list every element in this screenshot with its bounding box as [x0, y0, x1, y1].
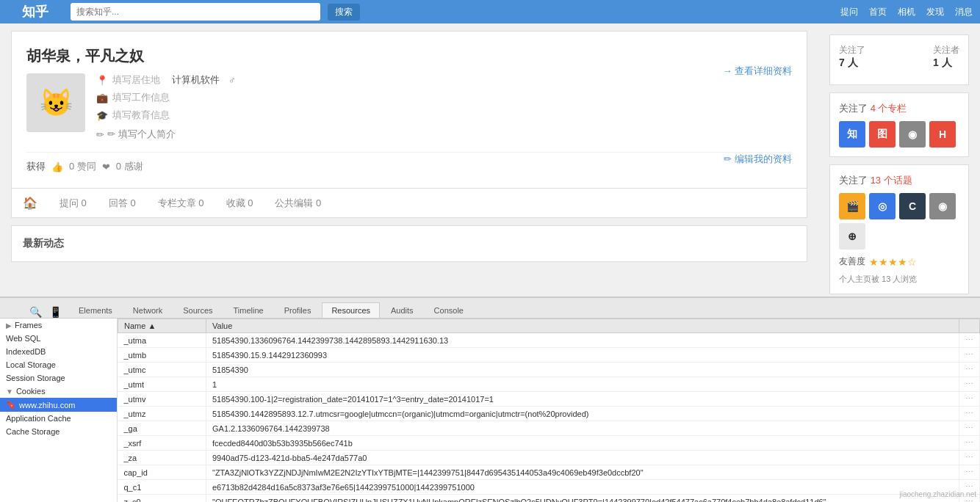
tab-public-edits[interactable]: 公共编辑 0	[275, 189, 321, 217]
col-header-value: Value	[206, 319, 959, 333]
tab-elements[interactable]: Elements	[69, 302, 122, 318]
table-row[interactable]: _utmc51854390⋯	[118, 363, 980, 377]
table-row[interactable]: _utmt1⋯	[118, 377, 980, 392]
tab-columns[interactable]: 专栏文章 0	[158, 189, 204, 217]
search-button[interactable]: 搜索	[328, 4, 360, 21]
cookie-name-cell: cap_id	[118, 465, 206, 480]
table-row[interactable]: _utmb51854390.15.9.1442912360993⋯	[118, 348, 980, 363]
cookie-extra-cell: ⋯	[959, 451, 980, 465]
cookie-value-cell: 51854390.100-1|2=registration_date=20141…	[206, 392, 959, 407]
top-navigation: 知乎 搜索 提问 首页 相机 发现 消息	[0, 0, 980, 23]
cache-storage-label: Cache Storage	[6, 427, 60, 436]
cookie-value-cell: "ZTA3ZjNlOTk3YZZjNDJjNmIwM2E2N2IzYTIxYTB…	[206, 465, 959, 480]
sidebar-app-cache[interactable]: Application Cache	[0, 412, 117, 425]
sidebar-cookies[interactable]: ▼ Cookies	[0, 385, 117, 398]
work-text[interactable]: 填写工作信息	[112, 91, 170, 104]
profile-stats: 获得 👍 0 赞同 ❤ 0 感谢	[26, 152, 792, 173]
latest-activity: 最新动态	[11, 225, 807, 262]
latest-activity-title: 最新动态	[23, 237, 796, 250]
top-link-camera[interactable]: 相机	[898, 6, 915, 18]
top-link-discover[interactable]: 发现	[926, 6, 944, 18]
sidebar-session-storage[interactable]: Session Storage	[0, 371, 117, 385]
table-row[interactable]: _utma51854390.1336096764.1442399738.1442…	[118, 333, 980, 348]
profile-name: 胡华泉，平凡之奴	[26, 46, 792, 66]
topics-icons: 🎬 ◎ C ◉ ⊕	[839, 193, 959, 250]
cookie-value-cell: "QUFEQTRZbzZBQUFYQUFBQVIRSIZUUnJUSUZZX1U…	[206, 495, 959, 503]
cookie-extra-cell: ⋯	[959, 465, 980, 480]
top-links: 提问 首页 相机 发现 消息	[840, 6, 973, 18]
sidebar-zhihu[interactable]: 🔖 www.zhihu.com	[0, 398, 117, 412]
cookie-name-cell: _utma	[118, 333, 206, 348]
cookie-value-cell: 1	[206, 377, 959, 392]
top-link-messages[interactable]: 消息	[955, 6, 973, 18]
sidebar-websql[interactable]: Web SQL	[0, 332, 117, 345]
tab-favorites[interactable]: 收藏 0	[226, 189, 253, 217]
tab-audits[interactable]: Audits	[381, 302, 423, 318]
tab-timeline[interactable]: Timeline	[224, 302, 273, 318]
session-storage-label: Session Storage	[6, 374, 65, 382]
columns-title: 关注了 4 个专栏	[839, 102, 959, 115]
xin-icon: ❤	[102, 161, 110, 172]
top-link-twen[interactable]: 提问	[840, 6, 858, 18]
columns-count-link[interactable]: 4 个专栏	[871, 103, 907, 114]
top-link-home[interactable]: 首页	[869, 6, 887, 18]
sidebar-indexeddb[interactable]: IndexedDB	[0, 345, 117, 358]
table-row[interactable]: cap_id"ZTA3ZjNlOTk3YZZjNDJjNmIwM2E2N2IzY…	[118, 465, 980, 480]
local-storage-label: Local Storage	[6, 360, 56, 369]
sidebar-local-storage[interactable]: Local Storage	[0, 358, 117, 371]
devtools-mobile-icon[interactable]: 📱	[49, 306, 62, 318]
cookie-extra-cell: ⋯	[959, 377, 980, 392]
tab-resources[interactable]: Resources	[322, 302, 380, 318]
devtools-tab-bar: 🔍 📱 Elements Network Sources Timeline Pr…	[0, 298, 980, 319]
tab-questions[interactable]: 提问 0	[60, 189, 87, 217]
watermark: jiaocheng.zhazidian.net	[899, 490, 976, 498]
cookie-name-cell: _utmc	[118, 363, 206, 377]
tab-sources[interactable]: Sources	[173, 302, 222, 318]
cookies-label: Cookies	[16, 387, 46, 396]
svg-text:😺: 😺	[40, 87, 73, 118]
sidebar-topics: 关注了 13 个话题 🎬 ◎ C ◉ ⊕ 友善度 ★★★★☆ 个人主页被 13 …	[829, 164, 969, 294]
friendliness-label: 友善度	[839, 255, 865, 268]
cookie-extra-cell: ⋯	[959, 407, 980, 421]
tab-console[interactable]: Console	[425, 302, 473, 318]
home-icon[interactable]: 🏠	[23, 196, 37, 210]
site-logo: 知乎	[7, 3, 63, 21]
zhihu-label: www.zhihu.com	[19, 401, 75, 410]
table-row[interactable]: _xsrffcecded8440d03b53b3935b566ec741b⋯	[118, 436, 980, 451]
table-row[interactable]: z_c0"QUFEQTRZbzZBQUFYQUFBQVIRSIZUUnJUSUZ…	[118, 495, 980, 503]
frames-label: Frames	[15, 321, 42, 330]
location-icon: 📍	[96, 75, 108, 86]
topics-count-link[interactable]: 13 个话题	[871, 175, 912, 186]
location-text[interactable]: 填写居住地	[112, 73, 160, 87]
education-icon: 🎓	[96, 110, 108, 121]
sidebar-cache-storage[interactable]: Cache Storage	[0, 425, 117, 438]
cookie-extra-cell: ⋯	[959, 436, 980, 451]
cookie-value-cell: 51854390.1442895893.12.7.utmcsr=google|u…	[206, 407, 959, 421]
search-input[interactable]	[71, 3, 320, 21]
table-row[interactable]: _gaGA1.2.1336096764.1442399738⋯	[118, 421, 980, 436]
devtools-search-icon[interactable]: 🔍	[29, 306, 42, 318]
page-views: 个人主页被 13 人浏览	[839, 274, 959, 285]
table-row[interactable]: _utmv51854390.100-1|2=registration_date=…	[118, 392, 980, 407]
cookie-extra-cell: ⋯	[959, 333, 980, 348]
table-row[interactable]: q_c1e6713b82d4284d16a5c8373af3e76e65|144…	[118, 480, 980, 495]
followers-label: 关注者 1 人	[933, 44, 959, 70]
friendliness: 友善度 ★★★★☆	[839, 255, 959, 268]
cookie-value-cell: GA1.2.1336096764.1442399738	[206, 421, 959, 436]
table-row[interactable]: _za9940ad75-d123-421d-bba5-4e247da577a0⋯	[118, 451, 980, 465]
sidebar-frames[interactable]: ▶ Frames	[0, 319, 117, 332]
app-cache-label: Application Cache	[6, 414, 71, 423]
devtools-main: Name ▲ Value _utma51854390.1336096764.14…	[118, 319, 980, 502]
cookie-value-cell: fcecded8440d03b53b3935b566ec741b	[206, 436, 959, 451]
education-text[interactable]: 填写教育信息	[112, 109, 170, 122]
bio-field[interactable]: ✏ ✏ 填写个人简介	[96, 128, 792, 141]
tab-network[interactable]: Network	[123, 302, 172, 318]
table-row[interactable]: _utmz51854390.1442895893.12.7.utmcsr=goo…	[118, 407, 980, 421]
view-profile-link[interactable]: → 查看详细资料	[722, 65, 792, 78]
tab-profiles[interactable]: Profiles	[275, 302, 321, 318]
edit-profile-link[interactable]: ✏ 编辑我的资料	[724, 153, 792, 166]
zan-count: 0 赞同	[69, 160, 96, 173]
tab-answers[interactable]: 回答 0	[109, 189, 136, 217]
cookie-name-cell: _za	[118, 451, 206, 465]
stat-following: 关注了 7 人 关注者 1 人	[839, 44, 959, 70]
